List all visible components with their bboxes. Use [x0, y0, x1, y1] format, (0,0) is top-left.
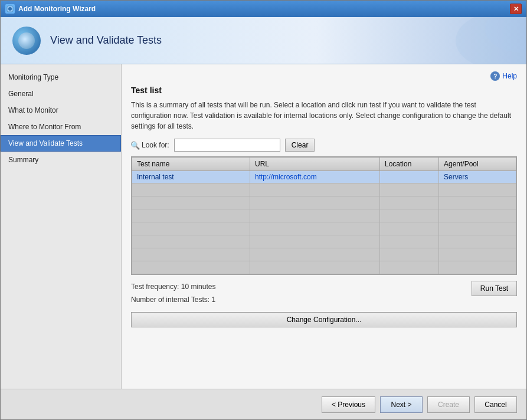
empty-row: [132, 235, 516, 248]
window-icon: [5, 4, 15, 14]
cancel-button[interactable]: Cancel: [474, 396, 517, 413]
header-title: View and Validate Tests: [50, 34, 162, 47]
empty-row: [132, 209, 516, 222]
clear-button[interactable]: Clear: [285, 139, 315, 152]
look-for-label: 🔍 Look for:: [131, 141, 169, 149]
sidebar-item-monitoring-type[interactable]: Monitoring Type: [1, 69, 121, 86]
header-icon-inner: [18, 32, 35, 49]
main-window: Add Monitoring Wizard ✕ View and Validat…: [0, 0, 527, 420]
main-layout: Monitoring Type General What to Monitor …: [1, 64, 526, 389]
footer: < Previous Next > Create Cancel: [1, 389, 526, 419]
title-bar-text: Add Monitoring Wizard: [18, 5, 510, 13]
test-table-wrapper: Test name URL Location Agent/Pool Intern…: [131, 156, 517, 275]
title-bar: Add Monitoring Wizard ✕: [1, 1, 526, 17]
stat-frequency: Test frequency: 10 minutes: [131, 281, 215, 294]
stat-internal-tests: Number of internal Tests: 1: [131, 294, 215, 307]
next-button[interactable]: Next >: [380, 396, 423, 413]
search-input[interactable]: [174, 139, 280, 152]
help-label: Help: [502, 72, 517, 80]
cell-url: http://microsoft.com: [250, 171, 380, 183]
look-for-row: 🔍 Look for: Clear: [131, 139, 517, 152]
sidebar-item-where-monitor-from[interactable]: Where to Monitor From: [1, 119, 121, 135]
change-configuration-button[interactable]: Change Configuration...: [131, 312, 517, 327]
empty-row: [132, 183, 516, 196]
col-agent-pool: Agent/Pool: [439, 158, 516, 171]
run-test-button[interactable]: Run Test: [472, 281, 517, 296]
help-row: ? Help: [131, 71, 517, 81]
cell-test-name: Internal test: [132, 171, 250, 183]
test-table: Test name URL Location Agent/Pool Intern…: [132, 157, 516, 274]
col-url: URL: [250, 158, 380, 171]
empty-row: [132, 222, 516, 235]
table-row[interactable]: Internal test http://microsoft.com Serve…: [132, 171, 516, 183]
svg-point-1: [8, 7, 12, 11]
close-button[interactable]: ✕: [510, 4, 522, 14]
sidebar: Monitoring Type General What to Monitor …: [1, 64, 122, 389]
stats-left: Test frequency: 10 minutes Number of int…: [131, 281, 215, 306]
description-text: This is a summary of all tests that will…: [131, 100, 517, 132]
col-location: Location: [380, 158, 439, 171]
empty-row: [132, 196, 516, 209]
content-area: ? Help Test list This is a summary of al…: [122, 64, 526, 389]
empty-row: [132, 261, 516, 274]
empty-row: [132, 248, 516, 261]
header-icon: [12, 27, 41, 55]
create-button[interactable]: Create: [427, 396, 470, 413]
help-link[interactable]: ? Help: [490, 71, 517, 81]
search-icon: 🔍: [131, 141, 139, 149]
previous-button[interactable]: < Previous: [322, 396, 375, 413]
section-title: Test list: [131, 86, 517, 95]
col-test-name: Test name: [132, 158, 250, 171]
cell-location: [380, 171, 439, 183]
sidebar-item-view-validate[interactable]: View and Validate Tests: [1, 135, 121, 152]
stats-area: Test frequency: 10 minutes Number of int…: [131, 281, 517, 306]
sidebar-item-general[interactable]: General: [1, 86, 121, 102]
help-icon: ?: [490, 71, 500, 81]
cell-agent-pool: Servers: [439, 171, 516, 183]
header-decoration: [408, 17, 526, 64]
header-area: View and Validate Tests: [1, 17, 526, 64]
sidebar-item-summary[interactable]: Summary: [1, 152, 121, 168]
sidebar-item-what-to-monitor[interactable]: What to Monitor: [1, 102, 121, 119]
